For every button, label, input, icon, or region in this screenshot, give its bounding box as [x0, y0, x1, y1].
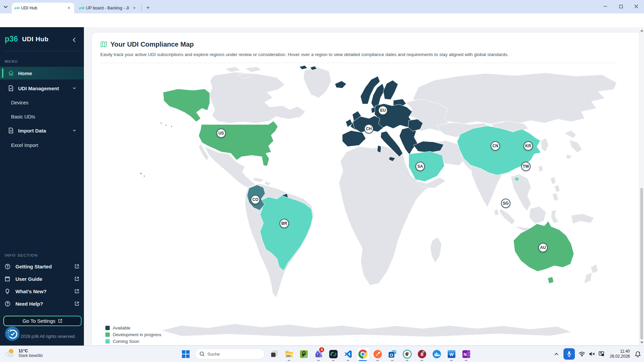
- notification-bell-dnd-icon[interactable]: z: [634, 350, 641, 358]
- sidebar-item-label: UDI Management: [18, 86, 59, 91]
- task-view-button[interactable]: [267, 346, 282, 362]
- window-maximize-button[interactable]: [613, 0, 629, 13]
- search-icon: [199, 351, 205, 357]
- taskbar-webex[interactable]: [326, 346, 341, 362]
- map-badge-kr[interactable]: KR: [524, 141, 533, 151]
- sidebar-item-excel-import[interactable]: Excel Import: [0, 139, 84, 152]
- taskbar-vpn-client[interactable]: [296, 346, 311, 362]
- window-minimize-button[interactable]: [598, 0, 613, 13]
- sidebar-item-home[interactable]: Home: [0, 67, 84, 80]
- volume-muted-icon[interactable]: [588, 350, 596, 358]
- tab-title: UDI Hub: [20, 6, 63, 10]
- map-badge-tw[interactable]: TW: [521, 162, 531, 171]
- tab-close-icon[interactable]: ×: [66, 5, 71, 11]
- sidebar-item-basic-udis[interactable]: Basic UDIs: [0, 110, 84, 123]
- backup-sync-icon[interactable]: [598, 350, 606, 358]
- sidebar-item-devices[interactable]: Devices: [0, 96, 84, 109]
- map-badge-au[interactable]: AU: [538, 243, 548, 252]
- map-badge-ch[interactable]: CH: [364, 124, 374, 134]
- legend-row: Coming Soon: [105, 338, 161, 345]
- sidebar-item-label: Import Data: [18, 128, 46, 134]
- map-badge-sg[interactable]: SG: [501, 199, 510, 208]
- country-greenland: [303, 67, 331, 98]
- legend-row: Development in progress: [105, 331, 161, 338]
- legend-label: Coming Soon: [113, 339, 139, 344]
- world-compliance-map[interactable]: USEUCHCOBRSACNKRTWSGAU Available Develop…: [94, 65, 624, 341]
- country-canada: [209, 72, 305, 123]
- lightbulb-icon: [5, 289, 10, 294]
- sidebar-item-import-data[interactable]: Import Data: [0, 124, 84, 137]
- running-indicator: [450, 360, 453, 361]
- sidebar-item-label: Basic UDIs: [11, 114, 35, 119]
- scroll-up-arrow[interactable]: [639, 28, 644, 33]
- taskbar-search-box[interactable]: Suche: [195, 349, 265, 359]
- taskbar-weather-widget[interactable]: 11°C Stark bewölkt: [4, 348, 43, 358]
- page-scrollbar[interactable]: [639, 27, 644, 346]
- map-badge-eu[interactable]: EU: [378, 106, 388, 115]
- running-indicator: [420, 360, 423, 361]
- running-indicator: [288, 360, 290, 361]
- start-button[interactable]: [178, 346, 193, 362]
- clock-time: 11:40: [610, 349, 630, 354]
- running-indicator: [376, 360, 379, 361]
- taskbar-docker[interactable]: [429, 346, 444, 362]
- sidebar: p36 UDI Hub MENU Home UDI Management Dev…: [0, 27, 84, 346]
- help-circle-icon: [5, 264, 10, 269]
- wifi-icon[interactable]: [578, 350, 586, 358]
- info-item-label: Getting Started: [15, 264, 52, 269]
- sidebar-item-need-help[interactable]: Need Help?: [0, 298, 84, 309]
- sidebar-item-whats-new[interactable]: What's New?: [0, 286, 84, 297]
- book-icon: [5, 276, 10, 282]
- taskbar-teams[interactable]: T 4: [311, 346, 326, 362]
- running-indicator: [465, 360, 467, 361]
- map-badge-us[interactable]: US: [216, 128, 226, 138]
- new-tab-button[interactable]: +: [144, 4, 152, 12]
- page-title: Your UDI Compliance Map: [110, 41, 194, 48]
- go-to-settings-button[interactable]: Go To Settings: [3, 316, 82, 326]
- tab-divider: [141, 5, 142, 11]
- cookie-consent-icon[interactable]: [5, 326, 19, 341]
- tab-jira[interactable]: p36 UP board - Backlog - JIRA ×: [77, 3, 140, 13]
- microphone-button[interactable]: [563, 348, 575, 360]
- info-item-label: What's New?: [15, 289, 47, 294]
- app-logo[interactable]: p36 UDI Hub: [5, 35, 49, 44]
- map-badge-sa[interactable]: SA: [415, 162, 425, 171]
- map-icon: [100, 41, 107, 48]
- taskbar-chrome[interactable]: [355, 346, 370, 362]
- search-placeholder: Suche: [207, 352, 220, 357]
- sidebar-collapse-icon[interactable]: [71, 37, 78, 43]
- taskbar-word[interactable]: W: [444, 346, 459, 362]
- taskbar-dbeaver[interactable]: [400, 346, 414, 362]
- sidebar-item-getting-started[interactable]: Getting Started: [0, 261, 84, 272]
- sidebar-item-udi-management[interactable]: UDI Management: [0, 82, 84, 95]
- tab-close-icon[interactable]: ×: [132, 5, 137, 11]
- taskbar-file-explorer[interactable]: [282, 346, 296, 362]
- taskbar-app-8[interactable]: 8: [414, 346, 429, 362]
- chevron-down-icon: [72, 128, 77, 133]
- scrollbar-thumb[interactable]: [640, 188, 643, 340]
- window-close-button[interactable]: [629, 0, 644, 13]
- browser-tabstrip: p36 UDI Hub × p36 UP board - Backlog - J…: [0, 0, 644, 13]
- info-item-label: Need Help?: [15, 301, 43, 307]
- taskbar-postman[interactable]: [370, 346, 385, 362]
- p36-favicon: p36: [79, 6, 85, 10]
- world-map-svg[interactable]: [94, 65, 624, 341]
- sidebar-item-label: Devices: [11, 100, 29, 105]
- map-badge-cn[interactable]: CN: [491, 141, 500, 151]
- scroll-down-arrow[interactable]: [639, 340, 644, 345]
- tab-search-chevron-icon[interactable]: [3, 4, 9, 9]
- taskbar-vscode[interactable]: [341, 346, 355, 362]
- svg-text:z: z: [639, 351, 640, 354]
- taskbar-outlook[interactable]: O: [385, 346, 400, 362]
- p36-logo: p36: [5, 35, 18, 44]
- sidebar-item-user-guide[interactable]: User Guide: [0, 273, 84, 284]
- external-link-icon: [75, 301, 79, 306]
- tray-chevron-up-icon[interactable]: [553, 350, 560, 358]
- chevron-down-icon: [72, 86, 77, 90]
- app-viewport: p36 UDI Hub MENU Home UDI Management Dev…: [0, 27, 644, 346]
- tray-clock[interactable]: 11:40 26.02.2026: [610, 349, 630, 359]
- map-badge-br[interactable]: BR: [280, 219, 289, 228]
- map-badge-co[interactable]: CO: [251, 195, 260, 204]
- tab-udi-hub[interactable]: p36 UDI Hub ×: [12, 3, 74, 13]
- taskbar-onenote[interactable]: N: [459, 346, 474, 362]
